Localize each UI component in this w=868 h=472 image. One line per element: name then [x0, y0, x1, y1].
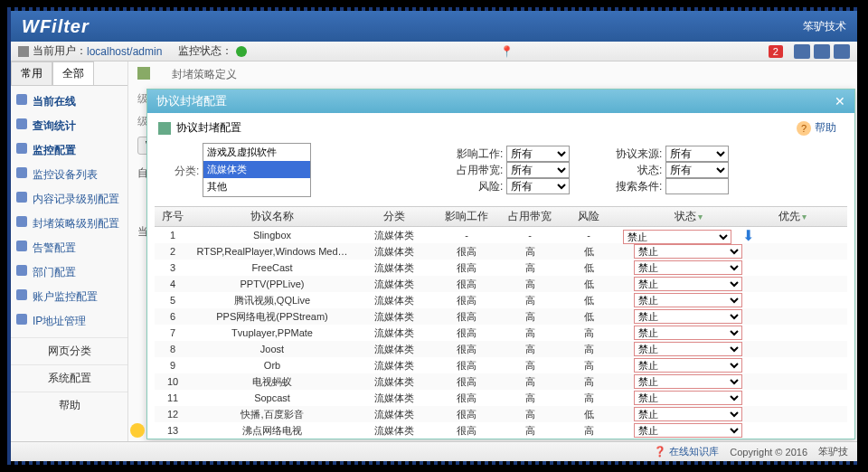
help-link[interactable]: ? 帮助 — [797, 120, 836, 136]
app-logo: WFilter — [22, 16, 90, 37]
table-row[interactable]: 10电视蚂蚁流媒体类很高高高禁止 — [155, 373, 847, 390]
table-row[interactable]: 4PPTV(PPLive)流媒体类很高高低禁止 — [155, 276, 847, 292]
sidebar-item[interactable]: 监控配置 — [11, 138, 127, 163]
tab-all[interactable]: 全部 — [52, 61, 94, 85]
category-list[interactable]: 游戏及虚拟软件流媒体类其他翻墙代理 — [203, 143, 311, 197]
monitor-label: 监控状态： — [178, 43, 232, 59]
dialog-icon — [158, 122, 171, 135]
warning-icon — [130, 423, 145, 438]
status-select[interactable]: 禁止 — [634, 260, 742, 275]
status-select[interactable]: 禁止 — [634, 358, 742, 373]
table-row[interactable]: 8Joost流媒体类很高高高禁止 — [155, 341, 847, 357]
status-select[interactable]: 禁止 — [634, 342, 742, 356]
status-ok-icon — [236, 46, 247, 57]
user-label: 当前用户： — [33, 43, 87, 59]
status-bar: 当前用户： localhost/admin 监控状态： 📍 2 — [11, 42, 857, 61]
footer: 在线知识库 Copyright © 2016 笨驴技 — [11, 441, 857, 461]
footer-brand: 笨驴技 — [818, 445, 848, 458]
table-row[interactable]: 1Slingbox流媒体类---禁止⬇ — [155, 227, 847, 243]
table-row[interactable]: 9Orb流媒体类很高高高禁止 — [155, 357, 847, 373]
bandwidth-select[interactable]: 所有 — [506, 162, 570, 178]
protocol-block-dialog: 协议封堵配置 ✕ 协议封堵配置 ? 帮助 分类: 游戏及虚拟软件流媒体类其他翻墙… — [146, 89, 855, 439]
combo-option[interactable]: 其他 — [203, 178, 310, 195]
sidebar-item[interactable]: 封堵策略级别配置 — [11, 212, 127, 236]
alert-badge[interactable]: 2 — [769, 45, 783, 58]
user-value: localhost/admin — [87, 45, 162, 58]
filter-icon[interactable]: ▾ — [802, 212, 807, 222]
status-select[interactable]: 禁止 — [634, 391, 742, 405]
grid-body[interactable]: 1Slingbox流媒体类---禁止⬇2RTSP,RealPlayer,Wind… — [155, 227, 847, 444]
dialog-title: 协议封堵配置 — [156, 93, 227, 109]
protocol-grid: 序号 协议名称 分类 影响工作 占用带宽 风险 状态▾ 优先▾ 1Slingbo… — [155, 206, 847, 444]
status-select[interactable]: 禁止 — [634, 277, 742, 291]
top-brand: 笨驴技术 — [803, 19, 846, 34]
status-select[interactable]: 禁止 — [634, 374, 742, 389]
sidebar-item[interactable]: 部门配置 — [11, 260, 127, 285]
copyright: Copyright © 2016 — [730, 447, 807, 458]
category-label: 分类: — [175, 164, 199, 179]
table-row[interactable]: 11Sopcast流媒体类很高高高禁止 — [155, 390, 847, 406]
sidebar-group[interactable]: 系统配置 — [11, 364, 127, 392]
sidebar: 常用 全部 当前在线查询统计监控配置监控设备列表内容记录级别配置封堵策略级别配置… — [11, 61, 128, 441]
table-row[interactable]: 3FreeCast流媒体类很高高低禁止 — [155, 260, 847, 276]
tool-icon-3[interactable] — [834, 44, 850, 59]
sidebar-item[interactable]: 内容记录级别配置 — [11, 187, 127, 212]
table-row[interactable]: 13沸点网络电视流媒体类很高高高禁止 — [155, 422, 847, 439]
source-select[interactable]: 所有 — [665, 146, 729, 162]
table-row[interactable]: 6PPS网络电视(PPStream)流媒体类很高高低禁止 — [155, 308, 847, 325]
table-row[interactable]: 12快播,百度影音流媒体类很高高低禁止 — [155, 406, 847, 422]
combo-option[interactable]: 翻墙代理 — [203, 195, 310, 197]
close-icon[interactable]: ✕ — [835, 94, 845, 109]
impact-select[interactable]: 所有 — [506, 146, 570, 162]
sidebar-group[interactable]: 帮助 — [11, 392, 127, 419]
table-row[interactable]: 2RTSP,RealPlayer,Windows Med…流媒体类很高高低禁止 — [155, 243, 847, 260]
status-select[interactable]: 禁止 — [634, 293, 742, 307]
table-row[interactable]: 7Tvuplayer,PPMate流媒体类很高高高禁止 — [155, 325, 847, 341]
help-icon: ? — [797, 121, 811, 136]
tool-icon-1[interactable] — [794, 44, 810, 59]
arrow-down-icon[interactable]: ⬇ — [742, 228, 754, 243]
dialog-subtitle: 协议封堵配置 — [176, 120, 241, 136]
sidebar-item[interactable]: 监控设备列表 — [11, 163, 127, 187]
tool-icon-2[interactable] — [814, 44, 830, 59]
sidebar-item[interactable]: 查询统计 — [11, 114, 127, 138]
content-area: 封堵策略定义 级别名称 提醒效果 谁在使用此策略 级别 Web 自动 当前 协议… — [128, 61, 857, 441]
combo-option[interactable]: 流媒体类 — [203, 161, 310, 178]
policy-icon — [137, 67, 150, 80]
status-select[interactable]: 禁止 — [634, 407, 742, 421]
state-select[interactable]: 所有 — [665, 162, 729, 178]
status-select[interactable]: 禁止 — [634, 423, 742, 438]
status-select[interactable]: 禁止 — [634, 309, 742, 324]
search-input[interactable] — [665, 178, 729, 194]
sidebar-group[interactable]: 网页分类 — [11, 337, 127, 364]
risk-select[interactable]: 所有 — [506, 178, 570, 194]
grid-header: 序号 协议名称 分类 影响工作 占用带宽 风险 状态▾ 优先▾ — [155, 207, 847, 227]
lock-icon — [18, 46, 29, 57]
filter-icon[interactable]: ▾ — [698, 212, 703, 222]
sidebar-item[interactable]: 告警配置 — [11, 236, 127, 260]
alert-icon[interactable]: 📍 — [500, 45, 514, 58]
tab-common[interactable]: 常用 — [11, 61, 52, 85]
sidebar-item[interactable]: 账户监控配置 — [11, 285, 127, 309]
sidebar-item[interactable]: 当前在线 — [11, 90, 127, 114]
top-bar: WFilter 笨驴技术 — [11, 11, 857, 42]
kb-link[interactable]: 在线知识库 — [654, 445, 719, 458]
status-select[interactable]: 禁止 — [634, 326, 742, 340]
sidebar-item[interactable]: IP地址管理 — [11, 309, 127, 334]
bg-title: 封堵策略定义 — [172, 67, 237, 82]
status-select[interactable]: 禁止 — [634, 244, 742, 259]
table-row[interactable]: 5腾讯视频,QQLive流媒体类很高高低禁止 — [155, 292, 847, 308]
combo-option[interactable]: 游戏及虚拟软件 — [203, 144, 310, 161]
